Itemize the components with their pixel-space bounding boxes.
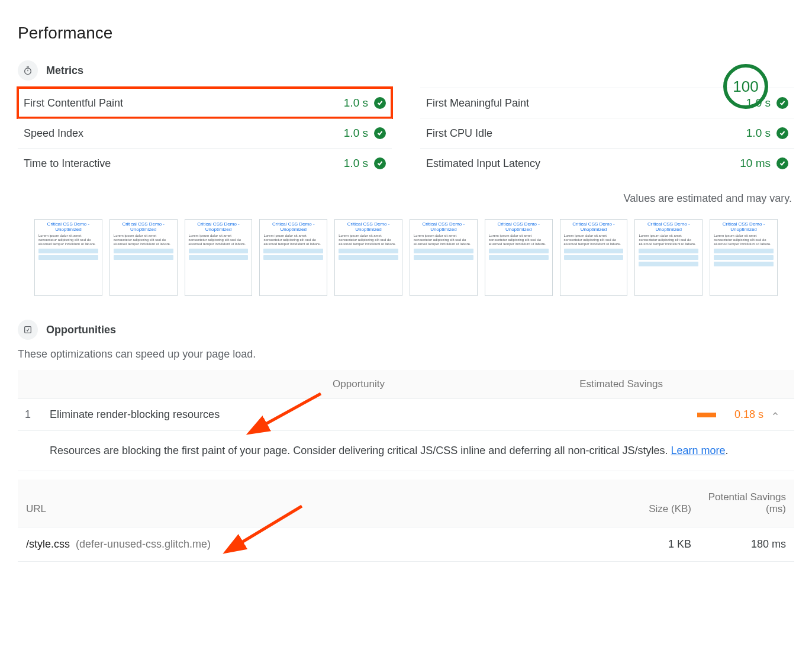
check-icon [776,127,788,139]
filmstrip: Critical CSS Demo - Unoptimized Lorem ip… [34,219,778,296]
filmstrip-frame: Critical CSS Demo - Unoptimized Lorem ip… [34,219,102,296]
resource-url: /style.css (defer-unused-css.glitch.me) [26,538,597,551]
opportunity-name: Eliminate render-blocking resources [50,408,586,421]
check-icon [776,157,788,169]
filmstrip-frame: Critical CSS Demo - Unoptimized Lorem ip… [710,219,778,296]
metric-name: First Meaningful Paint [426,97,529,110]
col-size: Size (KB) [597,503,691,515]
learn-more-link[interactable]: Learn more [671,445,726,456]
metric-row[interactable]: First CPU Idle 1.0 s [420,118,794,148]
resource-host: (defer-unused-css.glitch.me) [76,538,211,550]
filmstrip-frame: Critical CSS Demo - Unoptimized Lorem ip… [109,219,178,296]
filmstrip-frame: Critical CSS Demo - Unoptimized Lorem ip… [185,219,253,296]
metric-name: Time to Interactive [24,157,111,170]
metric-row[interactable]: Speed Index 1.0 s [18,118,392,148]
stopwatch-icon [18,60,38,81]
filmstrip-frame: Critical CSS Demo - Unoptimized Lorem ip… [334,219,402,296]
filmstrip-frame: Critical CSS Demo - Unoptimized Lorem ip… [634,219,703,296]
metric-name: Estimated Input Latency [426,157,540,170]
metric-name: Speed Index [24,127,83,140]
col-savings: Estimated Savings [402,378,734,390]
metric-value: 1.0 s [344,157,368,170]
metric-value: 1.0 s [746,127,771,140]
check-icon [776,97,788,109]
page-title: Performance [18,24,794,43]
opportunities-table-header: Opportunity Estimated Savings [18,370,794,399]
col-opportunity: Opportunity [50,378,402,390]
metric-value: 1.0 s [344,96,368,110]
resource-path: /style.css [26,538,70,550]
opportunities-icon [18,320,38,340]
check-icon [374,157,386,169]
opportunities-description: These optimizations can speed up your pa… [18,348,794,361]
opportunity-value: 0.18 s [716,408,763,421]
filmstrip-frame: Critical CSS Demo - Unoptimized Lorem ip… [410,219,478,296]
col-url: URL [26,503,597,515]
opportunity-detail: Resources are blocking the first paint o… [18,431,794,471]
filmstrip-frame: Critical CSS Demo - Unoptimized Lorem ip… [485,219,553,296]
opportunities-title: Opportunities [46,324,116,336]
col-potential-savings: Potential Savings (ms) [691,491,786,515]
metric-row[interactable]: Estimated Input Latency 10 ms [420,148,794,178]
check-icon [374,97,386,109]
savings-bar [586,413,716,417]
metrics-title: Metrics [46,65,83,77]
metrics-grid: First Contentful Paint 1.0 s First Meani… [18,88,794,178]
score-gauge: 100 [723,64,768,109]
metric-name: First Contentful Paint [24,97,123,110]
metric-value: 10 ms [740,157,771,170]
opportunity-row[interactable]: 1 Eliminate render-blocking resources 0.… [18,399,794,431]
check-icon [374,127,386,139]
metric-value: 1.0 s [344,127,368,140]
resources-table-header: URL Size (KB) Potential Savings (ms) [18,480,794,527]
metrics-header: Metrics [18,60,794,81]
metric-row[interactable]: Time to Interactive 1.0 s [18,148,392,178]
metric-name: First CPU Idle [426,127,492,140]
resource-size: 1 KB [597,538,691,551]
filmstrip-frame: Critical CSS Demo - Unoptimized Lorem ip… [560,219,628,296]
resource-savings: 180 ms [691,538,786,551]
opportunities-header: Opportunities [18,320,794,340]
opportunity-detail-text: Resources are blocking the first paint o… [50,445,671,456]
metrics-footnote: Values are estimated and may vary. [20,192,792,205]
resource-row: /style.css (defer-unused-css.glitch.me) … [18,527,794,562]
chevron-up-icon[interactable] [763,410,787,420]
metric-row[interactable]: First Contentful Paint 1.0 s [18,88,392,118]
opportunity-index: 1 [25,408,50,421]
filmstrip-frame: Critical CSS Demo - Unoptimized Lorem ip… [259,219,327,296]
